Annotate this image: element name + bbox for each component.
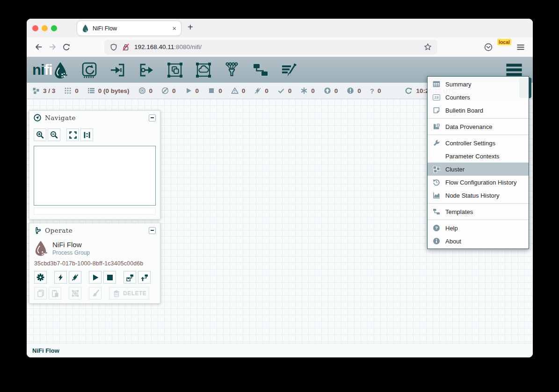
tab-bar: NiFi Flow × + xyxy=(27,19,533,37)
zoom-out-button[interactable] xyxy=(48,128,60,141)
menu-item-data-provenance[interactable]: Data Provenance xyxy=(428,120,529,133)
nifi-logo: nifi xyxy=(32,62,67,78)
configuration-button[interactable] xyxy=(34,271,47,284)
processor-icon[interactable] xyxy=(80,61,98,79)
menu-item-controller-settings[interactable]: Controller Settings xyxy=(428,136,529,150)
browser-menu-icon[interactable] xyxy=(517,44,524,50)
operate-panel-header: Operate xyxy=(29,223,160,237)
traffic-lights xyxy=(32,25,57,31)
svg-text:?: ? xyxy=(435,225,438,230)
locally-modified-stale-status: 0 xyxy=(347,87,361,94)
back-button[interactable] xyxy=(31,40,45,54)
pocket-icon[interactable] xyxy=(484,43,493,51)
active-threads-status: 0 xyxy=(64,87,79,94)
copy-button[interactable] xyxy=(34,287,47,299)
summary-icon xyxy=(432,80,441,88)
url-bar[interactable]: 192.168.40.11:8080/nifi/ xyxy=(104,40,437,55)
close-window-button[interactable] xyxy=(32,25,38,31)
menu-item-help[interactable]: ?Help xyxy=(428,221,529,235)
browser-tab[interactable]: NiFi Flow × xyxy=(77,21,181,36)
zoom-in-button[interactable] xyxy=(34,128,46,141)
queued-status: 0 (0 bytes) xyxy=(87,87,130,94)
about-icon xyxy=(432,237,441,245)
new-tab-button[interactable]: + xyxy=(188,22,193,33)
output-port-icon[interactable] xyxy=(138,61,155,79)
maximize-window-button[interactable] xyxy=(51,25,57,31)
delete-label: DELETE xyxy=(123,290,146,297)
controller-settings-icon xyxy=(432,139,441,147)
zoom-actual-size-button[interactable] xyxy=(80,128,93,141)
menu-item-parameter-contexts[interactable]: Parameter Contexts xyxy=(428,150,529,163)
process-group-icon[interactable] xyxy=(166,61,184,79)
paste-button[interactable] xyxy=(49,287,61,299)
shield-icon[interactable] xyxy=(110,43,117,51)
menu-separator xyxy=(428,203,529,204)
templates-icon xyxy=(432,208,441,215)
menu-item-cluster[interactable]: Cluster xyxy=(428,163,529,176)
enable-button[interactable] xyxy=(54,271,67,284)
start-button[interactable] xyxy=(89,271,102,284)
node-status-history-icon xyxy=(432,192,441,199)
menu-item-counters[interactable]: 23Counters xyxy=(428,91,529,104)
menu-separator xyxy=(428,220,529,220)
browser-toolbar: 192.168.40.11:8080/nifi/ local xyxy=(27,37,533,57)
zoom-fit-button[interactable] xyxy=(66,128,79,141)
breadcrumb: NiFi Flow xyxy=(27,343,533,357)
operate-collapse-button[interactable] xyxy=(149,227,156,234)
menu-item-summary[interactable]: Summary xyxy=(428,78,529,91)
menu-item-flow-configuration-history[interactable]: Flow Configuration History xyxy=(428,176,529,189)
template-icon[interactable] xyxy=(252,61,269,79)
remote-process-group-icon[interactable] xyxy=(195,61,212,79)
menu-item-node-status-history[interactable]: Node Status History xyxy=(428,189,529,202)
invalid-status: 0 xyxy=(231,87,246,94)
stale-status: 0 xyxy=(324,87,338,94)
label-icon[interactable] xyxy=(280,61,298,79)
breadcrumb-root[interactable]: NiFi Flow xyxy=(32,347,59,354)
menu-separator xyxy=(428,135,529,135)
create-template-button[interactable] xyxy=(123,271,136,284)
navigate-panel: Navigate xyxy=(29,110,160,220)
minimize-window-button[interactable] xyxy=(42,25,48,31)
operate-panel-title: Operate xyxy=(45,227,73,234)
stop-button[interactable] xyxy=(103,271,116,284)
group-button[interactable] xyxy=(69,287,81,299)
insecure-lock-icon[interactable] xyxy=(122,43,130,51)
transmitting-status: 0 xyxy=(138,87,153,94)
profile-avatar[interactable]: local xyxy=(499,42,510,53)
delete-button[interactable]: DELETE xyxy=(109,287,149,299)
sync-failure-status: ?0 xyxy=(370,87,381,94)
navigate-collapse-button[interactable] xyxy=(149,114,156,121)
disabled-status: 0 xyxy=(254,87,269,94)
component-palette xyxy=(80,61,298,79)
selection-id: 35cbd3b7-017b-1000-8bff-1c3405c00d6b xyxy=(29,256,160,267)
forward-button[interactable] xyxy=(45,40,59,54)
reload-button[interactable] xyxy=(59,40,73,54)
bulletin-board-icon xyxy=(432,107,441,114)
funnel-icon[interactable] xyxy=(223,61,241,79)
color-button[interactable] xyxy=(89,287,102,299)
menu-item-about[interactable]: About xyxy=(428,235,529,248)
hand-pointer-icon xyxy=(34,227,41,234)
flow-configuration-history-icon xyxy=(432,178,441,186)
bookmark-star-icon[interactable] xyxy=(424,43,432,51)
url-host: 192.168.40.11 xyxy=(134,43,174,50)
queued-icon xyxy=(87,87,95,94)
selection-name: NiFi Flow xyxy=(52,241,90,249)
process-group-drop-icon xyxy=(34,240,47,256)
tab-close-icon[interactable]: × xyxy=(172,25,176,32)
stale-icon xyxy=(324,87,331,94)
refresh-icon[interactable] xyxy=(405,87,412,94)
cluster-icon xyxy=(432,165,441,173)
running-status: 0 xyxy=(185,87,199,94)
menu-item-bulletin-board[interactable]: Bulletin Board xyxy=(428,104,529,117)
operate-actions-row-2: DELETE xyxy=(29,284,160,299)
global-menu-button[interactable] xyxy=(505,62,523,78)
tab-title: NiFi Flow xyxy=(93,25,117,32)
upload-template-button[interactable] xyxy=(138,271,151,284)
menu-item-templates[interactable]: Templates xyxy=(428,205,529,218)
menu-separator xyxy=(428,118,529,119)
disable-button[interactable] xyxy=(69,271,81,284)
input-port-icon[interactable] xyxy=(109,61,127,79)
birdseye-view[interactable] xyxy=(34,146,156,206)
global-menu: Summary 23Counters Bulletin Board Data P… xyxy=(427,76,529,249)
